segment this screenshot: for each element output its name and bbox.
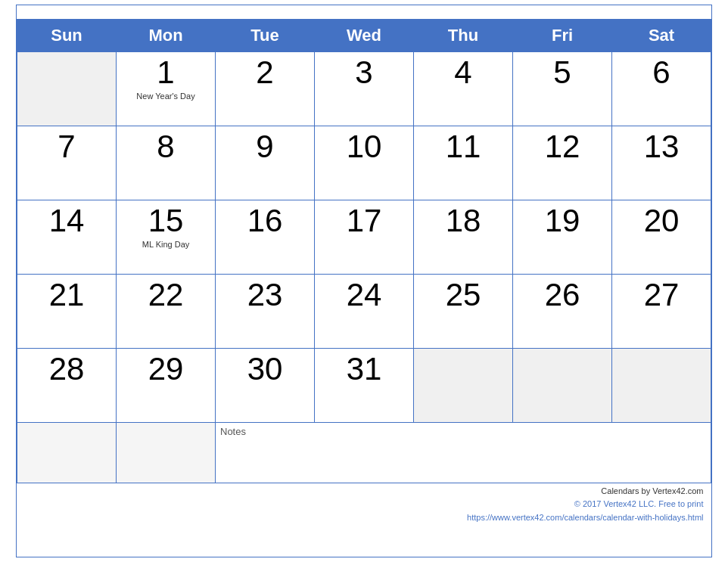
day-header-mon: Mon (117, 19, 216, 51)
day-number: 27 (644, 278, 680, 312)
holiday-label: New Year's Day (136, 92, 194, 101)
day-number: 15 (148, 203, 184, 238)
day-header-thu: Thu (414, 19, 513, 51)
day-cell[interactable]: 14 (17, 200, 117, 274)
day-cell[interactable]: 19 (513, 200, 612, 274)
footer-line3: https://www.vertex42.com/calendars/calen… (467, 513, 703, 522)
day-number: 13 (644, 129, 680, 164)
day-cell[interactable] (513, 348, 612, 422)
day-number: 8 (157, 129, 174, 164)
day-header-sun: Sun (17, 19, 117, 51)
day-number: 9 (256, 129, 273, 164)
day-cell[interactable]: 10 (315, 126, 414, 200)
day-number: 6 (652, 55, 670, 90)
day-number: 5 (553, 55, 571, 90)
footer-row: Calendars by Vertex42.com© 2017 Vertex42… (17, 483, 711, 557)
day-header-sat: Sat (612, 19, 711, 51)
day-cell[interactable]: 7 (17, 126, 117, 200)
notes-cell: Notes (216, 422, 711, 483)
day-cell[interactable]: 2 (216, 51, 315, 126)
day-cell[interactable]: 6 (612, 51, 711, 126)
day-number: 22 (148, 278, 184, 312)
day-header-row: SunMonTueWedThuFriSat (17, 19, 711, 51)
day-number: 18 (446, 203, 481, 238)
day-cell[interactable]: 27 (612, 274, 711, 348)
day-number: 21 (49, 278, 85, 312)
day-header-wed: Wed (315, 19, 414, 51)
day-cell[interactable]: 9 (216, 126, 315, 200)
week-row-3: 21222324252627 (17, 274, 711, 348)
footer-cell: Calendars by Vertex42.com© 2017 Vertex42… (17, 483, 711, 557)
day-number: 25 (446, 278, 481, 312)
day-cell[interactable] (17, 51, 117, 126)
day-number: 29 (148, 352, 184, 387)
day-cell[interactable] (612, 348, 711, 422)
notes-row: Notes (17, 422, 711, 483)
day-cell[interactable]: 29 (117, 348, 216, 422)
day-cell[interactable]: 22 (117, 274, 216, 348)
holiday-label: ML King Day (142, 240, 190, 249)
footer-line2: © 2017 Vertex42 LLC. Free to print (574, 499, 704, 508)
day-cell[interactable]: 25 (414, 274, 513, 348)
footer-line1: Calendars by Vertex42.com (601, 486, 703, 495)
day-number: 7 (58, 129, 75, 164)
day-cell[interactable]: 1New Year's Day (117, 51, 216, 126)
day-cell[interactable]: 16 (216, 200, 315, 274)
day-number: 31 (347, 352, 382, 387)
calendar-title (17, 5, 711, 19)
day-cell[interactable]: 17 (315, 200, 414, 274)
week-row-4: 28293031 (17, 348, 711, 422)
day-header-fri: Fri (513, 19, 612, 51)
calendar-container: SunMonTueWedThuFriSat 1New Year's Day234… (16, 5, 712, 558)
day-number: 14 (49, 203, 85, 238)
day-cell[interactable]: 18 (414, 200, 513, 274)
day-number: 19 (545, 203, 580, 238)
footer-text: Calendars by Vertex42.com© 2017 Vertex42… (25, 485, 704, 525)
day-cell[interactable]: 28 (17, 348, 117, 422)
day-number: 16 (247, 203, 283, 238)
day-number: 28 (49, 352, 85, 387)
day-header-tue: Tue (216, 19, 315, 51)
day-number: 10 (347, 129, 382, 164)
day-cell[interactable]: 30 (216, 348, 315, 422)
day-cell[interactable]: 8 (117, 126, 216, 200)
day-number: 30 (247, 352, 283, 387)
notes-empty-cell (17, 422, 117, 483)
day-number: 12 (545, 129, 580, 164)
day-cell[interactable]: 31 (315, 348, 414, 422)
day-number: 24 (347, 278, 382, 312)
day-cell[interactable]: 23 (216, 274, 315, 348)
day-cell[interactable]: 4 (414, 51, 513, 126)
day-number: 23 (247, 278, 283, 312)
day-cell[interactable]: 12 (513, 126, 612, 200)
day-cell[interactable]: 21 (17, 274, 117, 348)
day-number: 3 (355, 55, 372, 90)
day-number: 20 (644, 203, 680, 238)
day-cell[interactable]: 24 (315, 274, 414, 348)
day-cell[interactable]: 11 (414, 126, 513, 200)
day-cell[interactable]: 26 (513, 274, 612, 348)
notes-empty-cell (117, 422, 216, 483)
day-number: 11 (446, 129, 481, 164)
week-row-0: 1New Year's Day23456 (17, 51, 711, 126)
day-cell[interactable] (414, 348, 513, 422)
day-cell[interactable]: 13 (612, 126, 711, 200)
day-number: 17 (347, 203, 382, 238)
week-row-1: 78910111213 (17, 126, 711, 200)
day-number: 2 (256, 55, 273, 90)
week-row-2: 1415ML King Day1617181920 (17, 200, 711, 274)
day-cell[interactable]: 3 (315, 51, 414, 126)
day-cell[interactable]: 15ML King Day (117, 200, 216, 274)
day-number: 1 (157, 55, 174, 90)
day-number: 4 (454, 55, 471, 90)
day-cell[interactable]: 5 (513, 51, 612, 126)
day-cell[interactable]: 20 (612, 200, 711, 274)
day-number: 26 (545, 278, 580, 312)
calendar-grid: SunMonTueWedThuFriSat 1New Year's Day234… (17, 19, 711, 557)
